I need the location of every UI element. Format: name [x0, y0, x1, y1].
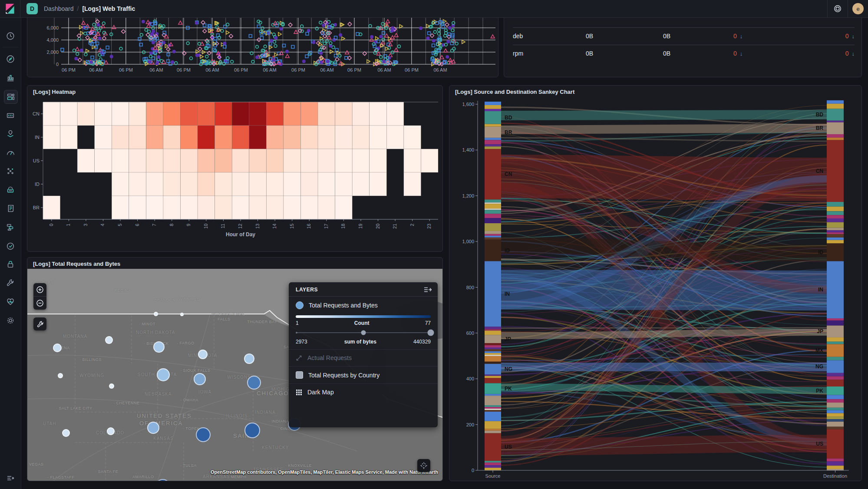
heatmap-cell [163, 172, 181, 196]
map-label: · AMARILLO [130, 475, 154, 479]
heatmap-col-label: 1 [66, 224, 71, 226]
set-view-button[interactable] [417, 459, 430, 472]
sidebar-item-siem[interactable] [4, 258, 17, 271]
map-symbol-circle[interactable] [247, 376, 261, 390]
map-symbol-circle[interactable] [53, 344, 62, 352]
heatmap-cell [232, 126, 249, 149]
layer-item-dark-map[interactable]: Dark Map [289, 384, 438, 400]
sort-down-icon[interactable]: ↓ [740, 50, 743, 57]
sidebar-item-dashboard[interactable] [4, 90, 18, 104]
map-symbol-circle[interactable] [194, 373, 206, 385]
sankey-node [827, 222, 844, 228]
sidebar-item-stack-monitoring[interactable] [4, 295, 17, 308]
sidebar-item-metrics[interactable] [4, 183, 17, 196]
user-menu-button[interactable]: e [848, 0, 868, 17]
scatter-y-tick: 4,000 [46, 37, 59, 43]
sankey-y-tick: 200 [466, 422, 474, 427]
expand-menu-icon [6, 474, 15, 482]
table-row[interactable]: deb 0B 0B 0↓ 0↓ [513, 27, 855, 45]
map-canvas[interactable]: CALGARY· REGINA· BRANDON· WINNIPEG· MINO… [27, 269, 442, 481]
heatmap-row-label: US [33, 158, 40, 163]
map-tools-button[interactable] [33, 317, 46, 330]
map-symbol-circle[interactable] [109, 383, 114, 389]
basemap-grid-icon [296, 389, 302, 396]
sidebar-item-logs[interactable] [4, 202, 17, 215]
sidebar-item-management[interactable] [4, 314, 17, 327]
heatmap-cell [60, 102, 78, 126]
map-symbol-circle[interactable] [107, 427, 115, 435]
zoom-out-button[interactable] [33, 297, 46, 310]
panel-title[interactable]: [Logs] Total Requests and Bytes [33, 261, 120, 267]
heatmap-col-label: 12 [238, 224, 243, 229]
panel-title[interactable]: [Logs] Heatmap [33, 89, 76, 95]
heatmap-cell [318, 126, 335, 149]
sankey-node [827, 395, 844, 399]
heatmap-col-label: 21 [392, 224, 397, 229]
map-attribution[interactable]: OpenStreetMap contributors, OpenMapTiles… [211, 469, 438, 475]
collapse-nav-button[interactable] [4, 472, 17, 485]
sidebar-item-graph[interactable] [4, 165, 17, 178]
heatmap-cell [215, 126, 232, 149]
table-row[interactable]: rpm 0B 0B 0↓ 0↓ [513, 45, 855, 62]
sort-down-icon[interactable]: ↓ [740, 33, 743, 40]
sidebar-item-uptime[interactable] [4, 239, 17, 252]
map-label: NEBRASKA [145, 392, 172, 396]
map-symbol-circle[interactable] [105, 336, 113, 344]
map-symbol-circle[interactable] [244, 423, 260, 438]
heatmap-chart[interactable]: CNINUSIDBR013456789101112131415161718192… [27, 86, 443, 252]
layer-item-requests-by-country[interactable]: Total Requests by Country [289, 367, 438, 384]
space-badge[interactable]: D [26, 3, 38, 14]
sidebar-item-machine-learning[interactable] [4, 146, 17, 159]
sankey-node-label: PK [816, 388, 823, 394]
help-button[interactable] [827, 0, 848, 17]
zoom-in-button[interactable] [33, 283, 46, 296]
heatmap-col-label: 14 [272, 224, 277, 229]
sidebar-item-discover[interactable] [4, 53, 17, 66]
map-symbol-circle[interactable] [62, 429, 70, 437]
layer-item-actual-requests[interactable]: Actual Requests [289, 350, 438, 367]
map-label: KENTUCKY [262, 445, 289, 450]
sidebar-item-dev-tools[interactable] [4, 277, 17, 290]
map-symbol-circle[interactable] [196, 427, 211, 442]
heatmap-col-label: 13 [255, 224, 260, 229]
map-symbol-circle[interactable] [154, 312, 158, 316]
heatmap-cell [129, 172, 146, 196]
size-slider[interactable] [296, 329, 431, 337]
map-symbol-circle[interactable] [58, 373, 63, 378]
sidebar-item-visualize[interactable] [4, 71, 17, 84]
layer-item-total-requests[interactable]: Total Requests and Bytes [289, 297, 438, 312]
breadcrumb-dashboard[interactable]: Dashboard [44, 5, 74, 12]
cell-count: 0 [845, 50, 849, 57]
scatter-x-tick: 06 AM [89, 67, 102, 73]
heatmap-cell [335, 172, 353, 196]
map-symbol-circle[interactable] [180, 313, 184, 316]
map-symbol-circle[interactable] [198, 350, 208, 359]
sankey-node [485, 111, 501, 124]
sankey-node [485, 465, 501, 468]
sort-down-icon[interactable]: ↓ [852, 50, 855, 57]
collapse-panel-icon[interactable] [424, 287, 432, 293]
heatmap-cell [129, 196, 146, 219]
sidebar-item-recently-viewed[interactable] [4, 30, 17, 43]
sidebar-item-apm[interactable] [4, 221, 17, 234]
scatter-x-tick: 06 AM [433, 67, 447, 73]
panel-title[interactable]: [Logs] Source and Destination Sankey Cha… [455, 89, 574, 95]
map-symbol-circle[interactable] [244, 354, 254, 364]
heatmap-cell [181, 196, 198, 219]
sankey-node-label: IN [505, 291, 510, 297]
scatter-x-tick: 06 AM [205, 67, 219, 73]
sankey-node [827, 218, 844, 222]
kibana-logo[interactable] [0, 0, 20, 17]
heatmap-cell [318, 149, 335, 172]
sidebar-item-canvas[interactable] [4, 109, 17, 122]
sort-down-icon[interactable]: ↓ [852, 33, 855, 40]
sankey-chart[interactable]: BDBRCNIDINJPNGPKUSBDBRCNIDINJPMXNGPKUS1,… [449, 86, 862, 481]
sankey-node [485, 351, 501, 353]
sidebar-item-maps[interactable] [4, 127, 17, 140]
scatter-y-tick: 6,000 [46, 25, 59, 30]
scatter-chart[interactable]: 6,0004,0002,000006 PM06 AM06 PM06 AM06 P… [27, 18, 498, 77]
map-symbol-circle[interactable] [147, 422, 159, 434]
map-symbol-circle[interactable] [157, 368, 170, 381]
sankey-node [827, 399, 844, 403]
map-symbol-circle[interactable] [153, 341, 165, 353]
